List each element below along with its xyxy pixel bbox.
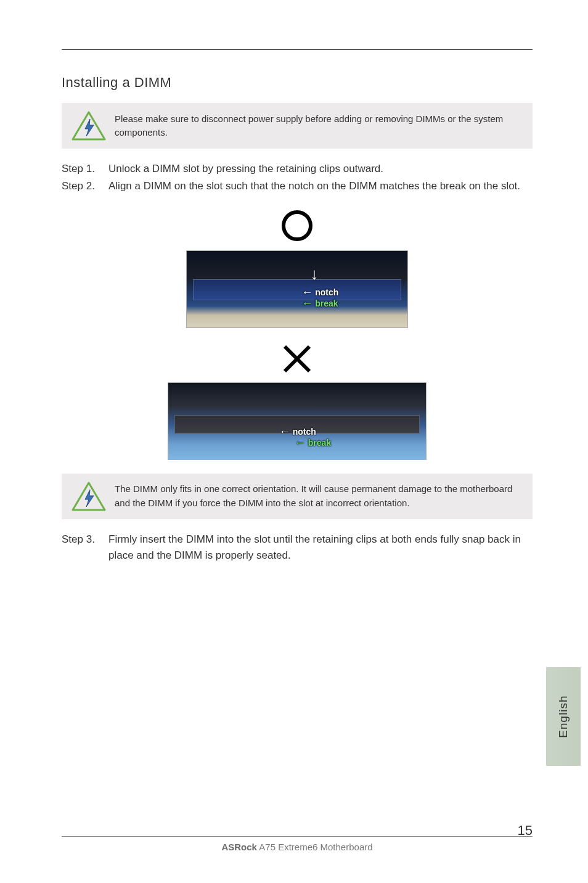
arrow-down-icon: ↓ xyxy=(310,265,318,284)
step-3: Step 3. Firmly insert the DIMM into the … xyxy=(62,532,533,564)
section-title: Installing a DIMM xyxy=(62,75,533,91)
language-label: English xyxy=(557,695,570,737)
step-body: Unlock a DIMM slot by pressing the retai… xyxy=(108,161,533,177)
break-label: ←break xyxy=(295,437,331,448)
dimm-correct-photo: ↓ ←notch ←break xyxy=(186,250,408,328)
warning-icon xyxy=(70,480,107,513)
language-tab: English xyxy=(546,667,581,766)
page-number: 15 xyxy=(518,823,533,839)
step-body: Align a DIMM on the slot such that the n… xyxy=(108,178,533,194)
callout-warning-orientation: The DIMM only fits in one correct orient… xyxy=(62,474,533,519)
callout-text: Please make sure to disconnect power sup… xyxy=(107,112,524,140)
step-label: Step 3. xyxy=(62,532,108,564)
break-label: ←break xyxy=(301,298,338,309)
notch-label: ←notch xyxy=(301,287,338,298)
step-2: Step 2. Align a DIMM on the slot such th… xyxy=(62,178,533,194)
correct-mark-icon xyxy=(277,207,317,247)
callout-warning-power: Please make sure to disconnect power sup… xyxy=(62,103,533,149)
top-divider xyxy=(62,49,533,50)
callout-text: The DIMM only fits in one correct orient… xyxy=(107,482,524,510)
footer-brand: ASRock A75 Extreme6 Motherboard xyxy=(62,842,533,852)
notch-label: ←notch xyxy=(279,426,316,437)
step-body: Firmly insert the DIMM into the slot unt… xyxy=(108,532,533,564)
step-1: Step 1. Unlock a DIMM slot by pressing t… xyxy=(62,161,533,177)
dimm-incorrect-photo: ←notch ←break xyxy=(168,382,427,460)
warning-icon xyxy=(70,109,107,142)
footer-divider xyxy=(62,836,533,837)
svg-point-1 xyxy=(284,212,311,239)
page-footer: 15 ASRock A75 Extreme6 Motherboard xyxy=(62,836,533,852)
incorrect-mark-icon xyxy=(279,342,316,379)
dimm-figure: ↓ ←notch ←break ←notch ←break xyxy=(62,207,533,462)
step-label: Step 1. xyxy=(62,161,108,177)
step-label: Step 2. xyxy=(62,178,108,194)
